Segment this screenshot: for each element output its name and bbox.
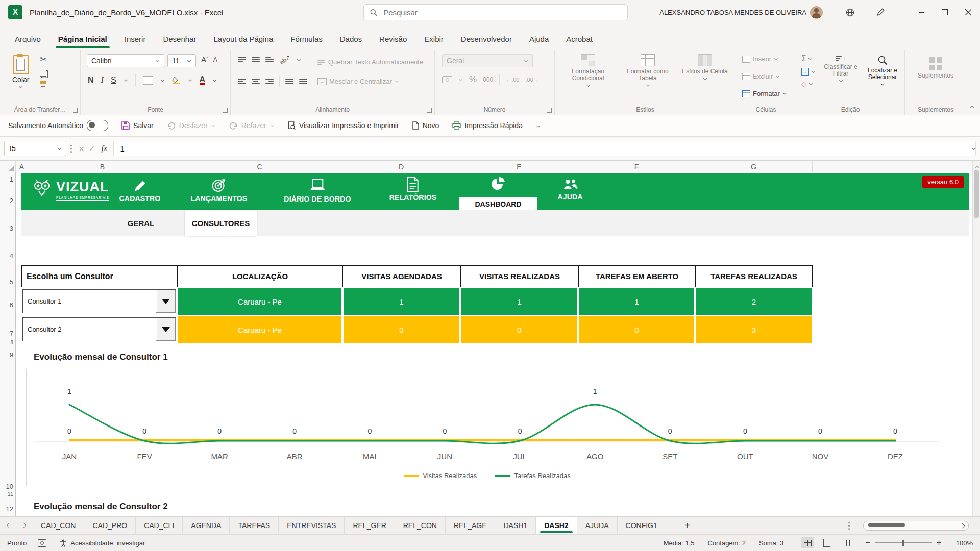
formula-input-field[interactable]	[119, 144, 970, 154]
format-as-table-button[interactable]: Formatar como Tabela	[619, 50, 676, 115]
tab-revisao[interactable]: Revisão	[371, 28, 415, 50]
chart-legend-item[interactable]: Tarefas Realizadas	[495, 472, 571, 480]
chart-legend-item[interactable]: Visitas Realizadas	[404, 472, 477, 480]
minimize-button[interactable]	[910, 0, 933, 24]
zoom-out-button[interactable]: −	[865, 538, 870, 547]
delete-cells-button[interactable]: Excluir	[742, 72, 780, 80]
name-box-input[interactable]	[9, 144, 46, 153]
row-header-6[interactable]: 6	[10, 301, 13, 309]
font-color-icon[interactable]: A	[200, 76, 206, 85]
orientation-icon[interactable]: ab↗	[278, 54, 292, 66]
copy-icon[interactable]	[40, 69, 46, 77]
increase-decimal-icon[interactable]: ←.00	[506, 77, 519, 83]
increase-indent-icon[interactable]	[299, 79, 307, 84]
horizontal-scrollbar-thumb[interactable]	[868, 523, 905, 527]
merge-center-button[interactable]: ↔ Mesclar e Centralizar	[317, 78, 399, 85]
nav-ajuda[interactable]: AJUDA	[557, 178, 582, 201]
align-middle-icon[interactable]	[252, 57, 260, 62]
tab-pagina-inicial[interactable]: Página Inicial	[50, 28, 116, 50]
subtab-consultores[interactable]: CONSULTORES	[185, 210, 257, 236]
sheet-tab-agenda[interactable]: AGENDA	[183, 517, 230, 534]
redo-button[interactable]: Refazer	[229, 121, 275, 130]
addins-button[interactable]: Suplementos	[916, 53, 955, 79]
nav-diario-de-bordo[interactable]: DIÁRIO DE BORDO	[284, 179, 351, 203]
normal-view-button[interactable]	[801, 537, 814, 548]
wrap-text-button[interactable]: Quebrar Texto Automaticamente	[317, 58, 423, 66]
select-all-corner[interactable]	[0, 161, 16, 172]
col-header-e[interactable]: E	[460, 161, 578, 172]
search-box[interactable]	[363, 4, 628, 20]
autosum-button[interactable]: Σ	[801, 54, 816, 63]
row-header-1[interactable]: 1	[10, 176, 13, 183]
accounting-format-icon[interactable]	[442, 76, 452, 83]
nav-lancamentos[interactable]: LANÇAMENTOS	[191, 178, 248, 203]
row-header-4[interactable]: 4	[10, 252, 13, 260]
next-sheet-icon[interactable]	[21, 522, 27, 528]
col-header-f[interactable]: F	[578, 161, 695, 172]
new-sheet-button[interactable]: +	[666, 517, 709, 534]
zoom-slider[interactable]	[875, 542, 932, 543]
sheet-tab-cad-cli[interactable]: CAD_CLI	[136, 517, 183, 534]
ink-pen-icon[interactable]	[876, 8, 885, 17]
number-format-select[interactable]: Geral	[442, 54, 533, 67]
find-select-button[interactable]: Localizar e Selecionar	[863, 51, 902, 86]
sheetbar-options-icon[interactable]	[848, 522, 850, 530]
comma-style-icon[interactable]: 000	[483, 76, 493, 83]
save-button[interactable]: Salvar	[121, 121, 154, 130]
cancel-icon[interactable]: ×	[78, 144, 85, 154]
status-count[interactable]: Contagem: 2	[707, 539, 745, 547]
align-left-icon[interactable]	[238, 79, 246, 84]
font-name-select[interactable]: Calibri	[87, 54, 164, 67]
toggle-switch[interactable]	[87, 120, 108, 131]
sheet-tab-rel-ger[interactable]: REL_GER	[345, 517, 395, 534]
page-break-view-button[interactable]	[840, 537, 853, 548]
cell-styles-button[interactable]: Estilos de Célula	[679, 50, 730, 115]
align-right-icon[interactable]	[265, 79, 274, 84]
new-button[interactable]: Novo	[412, 121, 439, 130]
formula-input[interactable]	[113, 141, 976, 156]
tab-formulas[interactable]: Fórmulas	[282, 28, 331, 50]
font-size-select[interactable]: 11	[167, 54, 196, 67]
insert-cells-button[interactable]: Inserir	[742, 55, 778, 63]
borders-icon[interactable]	[143, 76, 153, 85]
sheet-tab-rel-age[interactable]: REL_AGE	[446, 517, 496, 534]
enter-icon[interactable]: ✓	[89, 144, 95, 153]
prev-sheet-icon[interactable]	[7, 522, 12, 528]
col-header-b[interactable]: B	[28, 161, 177, 172]
format-cells-button[interactable]: Formatar	[742, 90, 787, 97]
row-header-3[interactable]: 3	[10, 224, 13, 232]
align-bottom-icon[interactable]	[265, 57, 274, 62]
italic-button[interactable]: I	[101, 76, 104, 85]
zoom-level[interactable]: 100%	[950, 539, 973, 547]
nav-cadastro[interactable]: CADASTRO	[119, 178, 161, 203]
tab-inserir[interactable]: Inserir	[116, 28, 155, 50]
sheet-tab-config1[interactable]: CONFIG1	[618, 517, 666, 534]
status-average[interactable]: Média: 1,5	[664, 539, 695, 547]
decrease-decimal-icon[interactable]: .00→	[525, 77, 538, 83]
tab-desenvolvedor[interactable]: Desenvolvedor	[452, 28, 521, 50]
conditional-formatting-button[interactable]: Formatação Condicional	[560, 50, 616, 115]
tab-exibir[interactable]: Exibir	[415, 28, 452, 50]
clear-button[interactable]: ◇	[801, 80, 816, 88]
sheet-tab-ajuda[interactable]: AJUDA	[577, 517, 618, 534]
col-header-g[interactable]: G	[695, 161, 813, 172]
bold-button[interactable]: N	[88, 76, 94, 85]
cut-icon[interactable]: ✂	[40, 54, 47, 64]
percent-icon[interactable]: %	[469, 74, 477, 85]
print-preview-button[interactable]: Visualizar Impressão e Imprimir	[288, 121, 399, 130]
fill-button[interactable]: ↓	[801, 68, 816, 76]
sheet-tab-cad-con[interactable]: CAD_CON	[33, 517, 84, 534]
tab-dados[interactable]: Dados	[331, 28, 371, 50]
row-header-12[interactable]: 12	[6, 505, 13, 513]
nav-relatorios[interactable]: RELATÓRIOS	[389, 177, 437, 202]
row-header-10[interactable]: 10	[6, 483, 13, 490]
status-sum[interactable]: Soma: 3	[759, 539, 783, 547]
row-header-2[interactable]: 2	[10, 197, 13, 205]
chart-1[interactable]: JAN0FEV0MAR0ABR0MAI0JUN0JUL0AGOSET0OUT0N…	[26, 369, 948, 486]
vertical-scrollbar[interactable]	[972, 161, 980, 516]
col-header-d[interactable]: D	[342, 161, 460, 172]
accessibility-status[interactable]: Acessibilidade: investigar	[60, 539, 145, 547]
consultant-1-dropdown[interactable]: Consultor 1	[22, 289, 176, 313]
zoom-in-button[interactable]: +	[937, 538, 941, 547]
clipboard-dialog-launcher[interactable]	[73, 108, 78, 113]
